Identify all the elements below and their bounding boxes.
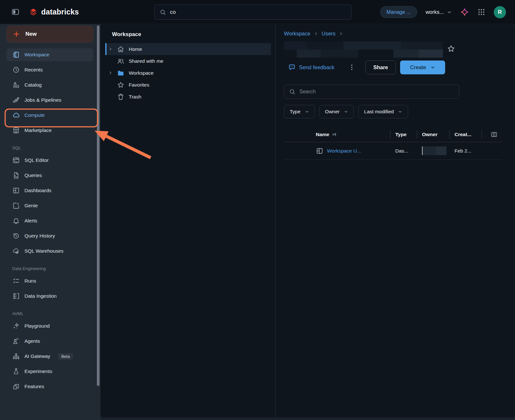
sidebar-item-label: SQL Editor [24, 157, 49, 163]
chevron-right-icon[interactable] [108, 47, 117, 51]
tree-item-shared-with-me[interactable]: Shared with me [105, 55, 271, 67]
new-button[interactable]: New [6, 26, 93, 42]
sidebar-item-label: Playground [24, 323, 50, 329]
tree-item-workspace[interactable]: Workspace [105, 67, 271, 79]
page-actions: Send feedback Share Create [284, 60, 515, 74]
sidebar-item-label: Query History [24, 233, 55, 239]
kebab-menu-icon[interactable] [348, 64, 355, 71]
sidebar-scrollbar[interactable] [97, 25, 99, 386]
sidebar: New Workspace Recents Catalog [0, 24, 100, 420]
tree-item-label: Favorites [129, 82, 149, 88]
table-header-row: Name Type Owner Creat... [284, 127, 502, 142]
sidebar-item-genie[interactable]: Genie [6, 199, 93, 212]
sidebar-item-features[interactable]: Features [6, 380, 93, 393]
chevron-right-icon[interactable] [108, 70, 117, 75]
sidebar-item-label: Data Ingestion [24, 293, 57, 299]
workspace-browser-panel: Workspace Home [100, 24, 276, 417]
chevron-down-icon [305, 109, 309, 114]
column-header-label: Creat... [454, 132, 472, 137]
share-button[interactable]: Share [365, 61, 396, 74]
sidebar-item-label: Marketplace [24, 127, 52, 133]
column-header-name[interactable]: Name [316, 132, 337, 137]
sidebar-item-runs[interactable]: Runs [6, 275, 93, 287]
list-search-input[interactable] [299, 89, 454, 95]
sidebar-item-label: Agents [24, 338, 40, 344]
trash-icon [117, 93, 125, 101]
sidebar-item-dashboards[interactable]: Dashboards [6, 184, 93, 197]
tree-item-trash[interactable]: Trash [105, 91, 271, 103]
panel-title: Workspace [100, 24, 275, 38]
columns-settings-icon[interactable] [491, 131, 498, 138]
sidebar-item-label: Workspace [24, 52, 49, 58]
sidebar-toggle-icon[interactable] [11, 8, 20, 16]
global-search-input[interactable] [170, 9, 347, 15]
home-icon [117, 45, 125, 53]
section-label-data-engineering: Data Engineering [12, 266, 100, 271]
sidebar-item-catalog[interactable]: Catalog [6, 79, 93, 91]
tree-item-favorites[interactable]: Favorites [105, 79, 271, 91]
databricks-logo-icon [29, 8, 38, 16]
sidebar-item-sql-warehouses[interactable]: SQL Warehouses [6, 245, 93, 257]
sidebar-item-jobs-pipelines[interactable]: Jobs & Pipelines [6, 94, 93, 107]
feedback-bubble-icon [288, 63, 296, 71]
section-label-aiml: AI/ML [12, 311, 100, 316]
breadcrumb-link-users[interactable]: Users [322, 31, 335, 37]
redacted-owner [422, 146, 446, 155]
sidebar-item-agents[interactable]: Agents [6, 335, 93, 348]
dashboards-icon [12, 187, 20, 194]
filter-owner[interactable]: Owner [319, 105, 354, 118]
data-ingestion-icon [12, 292, 20, 300]
chevron-down-icon [344, 109, 348, 114]
sidebar-item-label: Features [24, 384, 44, 389]
sidebar-item-ai-gateway[interactable]: AI Gateway Beta [6, 350, 93, 363]
sidebar-item-experiments[interactable]: Experiments [6, 365, 93, 378]
sidebar-item-label: Compute [24, 112, 45, 118]
sidebar-item-label: SQL Warehouses [24, 248, 63, 254]
assistant-sparkle-icon[interactable] [460, 8, 469, 16]
chevron-right-icon [339, 32, 343, 36]
sidebar-item-label: Queries [24, 173, 42, 178]
sidebar-item-query-history[interactable]: Query History [6, 229, 93, 242]
queries-icon [12, 172, 20, 179]
workspace-selector[interactable]: works... [426, 9, 452, 15]
chevron-down-icon [447, 10, 452, 15]
table-row[interactable]: Workspace U... Das... Feb 2... [284, 142, 502, 160]
row-name-link[interactable]: Workspace U... [327, 148, 361, 154]
breadcrumb-link-workspace[interactable]: Workspace [284, 31, 310, 37]
dashboard-icon [316, 147, 323, 155]
filter-last-modified[interactable]: Last modified [358, 105, 408, 118]
sidebar-item-workspace[interactable]: Workspace [6, 48, 93, 61]
sidebar-item-alerts[interactable]: Alerts [6, 214, 93, 227]
list-search [284, 84, 459, 99]
history-icon [12, 232, 20, 240]
favorite-star-icon[interactable] [447, 44, 455, 53]
clock-icon [12, 66, 20, 74]
app-grid-icon[interactable] [477, 8, 485, 16]
sidebar-item-marketplace[interactable]: Marketplace [6, 124, 93, 137]
manage-button[interactable]: Manage ... [380, 6, 417, 18]
people-icon [117, 57, 125, 65]
sidebar-item-playground[interactable]: Playground [6, 320, 93, 332]
content-area: Workspace Home [100, 24, 515, 417]
jobs-pipelines-icon [12, 96, 20, 104]
create-button[interactable]: Create [400, 61, 445, 74]
sidebar-item-queries[interactable]: Queries [6, 169, 93, 182]
redacted-page-title [284, 42, 443, 58]
sidebar-item-compute[interactable]: Compute [6, 109, 93, 122]
items-table: Name Type Owner Creat... [284, 127, 502, 160]
sidebar-item-sql-editor[interactable]: SQL Editor [6, 154, 93, 167]
send-feedback-link[interactable]: Send feedback [288, 63, 334, 71]
sidebar-item-recents[interactable]: Recents [6, 63, 93, 76]
sidebar-item-data-ingestion[interactable]: Data Ingestion [6, 290, 93, 303]
chevron-down-icon [430, 65, 435, 70]
databricks-logo[interactable]: databricks [29, 0, 79, 24]
sidebar-item-label: Dashboards [24, 188, 52, 193]
avatar[interactable]: R [494, 6, 506, 18]
tree-item-home[interactable]: Home [105, 43, 271, 55]
sparkles-icon [12, 322, 20, 330]
folder-icon [117, 69, 125, 77]
topbar-right-cluster: Manage ... works... R [380, 0, 506, 24]
filter-type[interactable]: Type [284, 105, 315, 118]
cloud-icon [12, 111, 20, 119]
sidebar-item-label: Alerts [24, 218, 37, 224]
